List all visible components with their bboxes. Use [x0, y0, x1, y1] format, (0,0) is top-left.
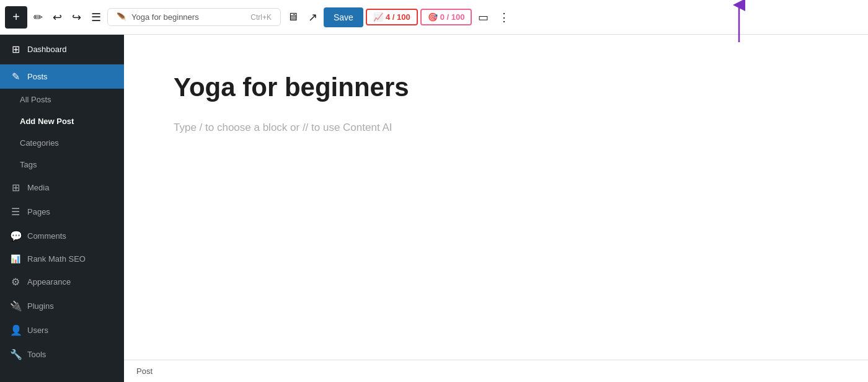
sidebar-item-add-new-post[interactable]: Add New Post [0, 110, 124, 132]
sidebar-item-dashboard[interactable]: ⊞ Dashboard [0, 35, 124, 64]
post-body[interactable]: Type / to choose a block or // to use Co… [174, 122, 818, 134]
plus-icon: + [12, 10, 20, 24]
plugins-icon: 🔌 [10, 300, 21, 312]
list-icon: ☰ [91, 11, 101, 24]
block-tools-button[interactable]: ✏ [30, 7, 46, 28]
dashboard-icon: ⊞ [10, 43, 21, 55]
redo-icon: ↪ [72, 11, 81, 24]
sidebar-item-appearance[interactable]: ⚙ Appearance [0, 270, 124, 294]
sidebar-item-all-posts[interactable]: All Posts [0, 89, 124, 110]
rank-math-icon: 📊 [10, 254, 21, 264]
readability-score-badge[interactable]: 🎯 0 / 100 [420, 9, 472, 25]
post-title[interactable]: Yoga for beginners [174, 72, 818, 103]
users-icon: 👤 [10, 324, 21, 336]
sidebar-toggle-icon: ▭ [478, 11, 489, 24]
sidebar-item-label-appearance: Appearance [27, 277, 71, 286]
sidebar-item-label-add-new-post: Add New Post [20, 117, 74, 126]
seo-score-badge[interactable]: 📈 4 / 100 [366, 9, 418, 25]
readability-icon: 🎯 [428, 12, 438, 22]
options-button[interactable]: ⋮ [495, 7, 513, 28]
readability-score-value: 0 / 100 [440, 12, 465, 22]
sidebar-item-label-media: Media [27, 183, 49, 192]
editor-area[interactable]: Yoga for beginners Type / to choose a bl… [124, 35, 868, 360]
sidebar-item-label-tags: Tags [20, 160, 37, 169]
sidebar-item-label-posts: Posts [27, 72, 48, 81]
breadcrumb-post: Post [136, 366, 153, 376]
desktop-icon: 🖥 [287, 11, 298, 24]
sidebar-item-pages[interactable]: ☰ Pages [0, 200, 124, 224]
seo-score-value: 4 / 100 [386, 12, 410, 22]
main-area: ⊞ Dashboard ✎ Posts All Posts Add New Po… [0, 35, 868, 382]
sidebar-item-comments[interactable]: 💬 Comments [0, 224, 124, 248]
save-button[interactable]: Save [324, 7, 363, 27]
sidebar-item-categories[interactable]: Categories [0, 132, 124, 154]
sidebar-item-label-plugins: Plugins [27, 301, 54, 311]
command-palette[interactable]: 🪶 Yoga for beginners Ctrl+K [107, 8, 281, 26]
sidebar-item-rank-math-seo[interactable]: 📊 Rank Math SEO [0, 248, 124, 270]
appearance-icon: ⚙ [10, 276, 21, 288]
view-post-button[interactable]: 🖥 [283, 7, 302, 27]
sidebar-item-label-categories: Categories [20, 138, 59, 148]
command-palette-title: Yoga for beginners [131, 12, 199, 22]
redo-button[interactable]: ↪ [68, 7, 85, 28]
preview-button[interactable]: ↗ [304, 7, 321, 28]
sidebar-item-tags[interactable]: Tags [0, 154, 124, 175]
comments-icon: 💬 [10, 230, 21, 242]
sidebar-item-label-pages: Pages [27, 207, 50, 216]
sidebar-item-plugins[interactable]: 🔌 Plugins [0, 294, 124, 318]
undo-button[interactable]: ↩ [49, 7, 66, 28]
pages-icon: ☰ [10, 206, 21, 218]
seo-icon: 📈 [373, 12, 383, 22]
posts-icon: ✎ [10, 71, 21, 82]
document-overview-button[interactable]: ☰ [87, 7, 105, 28]
keyboard-shortcut: Ctrl+K [250, 13, 272, 22]
sidebar-item-label-dashboard: Dashboard [27, 45, 67, 54]
tools-icon: 🔧 [10, 349, 21, 360]
undo-icon: ↩ [53, 11, 62, 24]
add-block-button[interactable]: + [5, 6, 27, 29]
toggle-sidebar-button[interactable]: ▭ [474, 7, 492, 28]
top-bar: + ✏ ↩ ↪ ☰ 🪶 Yoga for beginners Ctrl+K 🖥 … [0, 0, 868, 35]
sidebar-item-label-users: Users [27, 326, 48, 335]
ellipsis-icon: ⋮ [498, 11, 510, 24]
sidebar: ⊞ Dashboard ✎ Posts All Posts Add New Po… [0, 35, 124, 382]
editor-container: Yoga for beginners Type / to choose a bl… [124, 35, 868, 382]
pencil-icon: ✏ [33, 11, 43, 24]
external-link-icon: ↗ [308, 11, 317, 24]
sidebar-item-label-rank-math: Rank Math SEO [27, 254, 86, 264]
sidebar-item-posts[interactable]: ✎ Posts [0, 64, 124, 89]
bottom-bar: Post [124, 360, 868, 382]
sidebar-item-tools[interactable]: 🔧 Tools [0, 342, 124, 366]
sidebar-item-users[interactable]: 👤 Users [0, 318, 124, 342]
sidebar-item-label-all-posts: All Posts [20, 95, 51, 104]
sidebar-item-label-comments: Comments [27, 231, 66, 241]
app-container: + ✏ ↩ ↪ ☰ 🪶 Yoga for beginners Ctrl+K 🖥 … [0, 0, 868, 382]
sidebar-item-media[interactable]: ⊞ Media [0, 175, 124, 200]
media-icon: ⊞ [10, 182, 21, 193]
sidebar-item-label-tools: Tools [27, 350, 46, 359]
pen-icon: 🪶 [117, 12, 126, 22]
